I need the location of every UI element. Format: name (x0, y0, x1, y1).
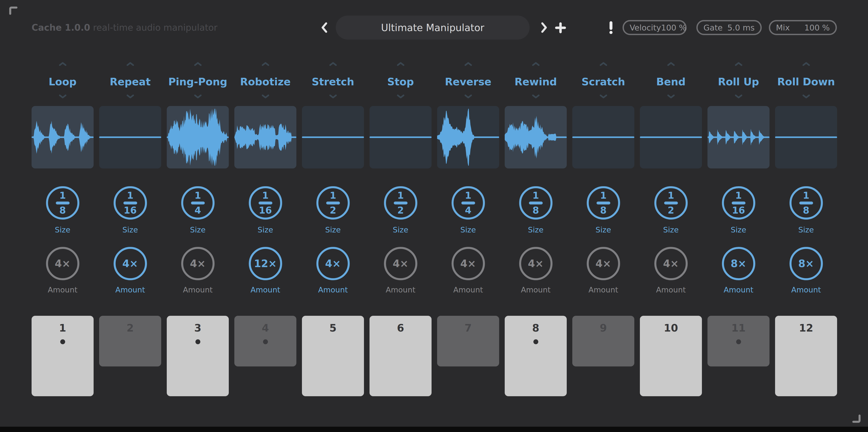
effect-up-selector[interactable] (261, 62, 270, 66)
pad[interactable]: 11 (708, 316, 770, 366)
effect-up-selector[interactable] (734, 62, 743, 66)
effect-up-selector[interactable] (59, 62, 67, 66)
pad[interactable]: 4 (234, 316, 297, 366)
effect-down-selector[interactable] (59, 94, 67, 99)
size-knob[interactable]: 1 16 (722, 186, 755, 220)
size-knob[interactable]: 1 16 (114, 186, 147, 220)
pad[interactable]: 9 (572, 316, 634, 366)
preset-add-button[interactable] (555, 22, 566, 33)
pad[interactable]: 10 (640, 316, 702, 396)
effect-name[interactable]: Robotize (240, 75, 290, 88)
alert-icon[interactable] (609, 21, 613, 34)
amount-knob-label: Amount (724, 285, 753, 294)
effect-down-selector[interactable] (802, 94, 810, 99)
preset-selector[interactable]: Ultimate Manipulator (336, 15, 530, 39)
effect-down-selector[interactable] (329, 94, 337, 99)
pad[interactable]: 3 (167, 316, 229, 396)
effect-name[interactable]: Repeat (110, 75, 151, 88)
chevron-up-icon (194, 62, 202, 66)
amount-knob[interactable]: 12× (249, 247, 282, 280)
gate-control[interactable]: Gate 5.0 ms (696, 20, 762, 35)
waveform-cell[interactable] (708, 106, 770, 168)
size-knob[interactable]: 1 8 (46, 186, 80, 220)
pad[interactable]: 7 (437, 316, 499, 366)
effect-down-selector[interactable] (464, 94, 472, 99)
preset-next-button[interactable] (540, 22, 548, 33)
size-knob[interactable]: 1 4 (181, 186, 215, 220)
effect-name[interactable]: Ping-Pong (168, 75, 227, 88)
waveform-cell[interactable] (437, 106, 499, 168)
amount-knob[interactable]: 4× (316, 247, 350, 280)
waveform-cell[interactable] (370, 106, 432, 168)
pad-active-dot (533, 339, 538, 344)
waveform-cell[interactable] (505, 106, 567, 168)
effect-up-selector[interactable] (464, 62, 472, 66)
pad[interactable]: 2 (99, 316, 161, 366)
effect-name[interactable]: Bend (656, 75, 686, 88)
pad[interactable]: 6 (370, 316, 432, 396)
waveform-cell[interactable] (775, 106, 837, 168)
amount-knob[interactable]: 4× (519, 247, 553, 280)
effect-down-selector[interactable] (734, 94, 743, 99)
pad-number: 7 (464, 322, 472, 334)
waveform-cell[interactable] (640, 106, 702, 168)
fraction-bar-icon (529, 202, 543, 204)
size-knob[interactable]: 1 8 (789, 186, 823, 220)
velocity-control[interactable]: Velocity 100 % (623, 20, 687, 35)
preset-prev-button[interactable] (320, 22, 328, 33)
size-knob[interactable]: 1 16 (249, 186, 282, 220)
effect-up-selector[interactable] (667, 62, 675, 66)
effect-name[interactable]: Stretch (312, 75, 354, 88)
effect-up-selector[interactable] (532, 62, 540, 66)
size-knob[interactable]: 1 8 (519, 186, 553, 220)
effect-down-selector[interactable] (126, 94, 134, 99)
resize-corner-bottom-right-icon[interactable] (851, 414, 862, 424)
effect-up-selector[interactable] (599, 62, 608, 66)
waveform-cell[interactable] (302, 106, 364, 168)
effect-down-selector[interactable] (194, 94, 202, 99)
amount-knob-label: Amount (589, 285, 618, 294)
effect-up-selector[interactable] (802, 62, 810, 66)
effect-name[interactable]: Reverse (445, 75, 491, 88)
effect-name[interactable]: Scratch (581, 75, 625, 88)
effect-down-selector[interactable] (667, 94, 675, 99)
amount-knob[interactable]: 4× (114, 247, 147, 280)
effect-up-selector[interactable] (396, 62, 405, 66)
waveform-cell[interactable] (32, 106, 94, 168)
amount-knob[interactable]: 4× (654, 247, 688, 280)
waveform-cell[interactable] (99, 106, 161, 168)
pad[interactable]: 5 (302, 316, 364, 396)
effect-up-selector[interactable] (126, 62, 134, 66)
pad[interactable]: 12 (775, 316, 837, 396)
amount-knob[interactable]: 4× (384, 247, 417, 280)
size-knob[interactable]: 1 2 (384, 186, 417, 220)
effect-name[interactable]: Roll Up (718, 75, 759, 88)
effect-name[interactable]: Rewind (515, 75, 557, 88)
size-knob[interactable]: 1 4 (452, 186, 485, 220)
mix-control[interactable]: Mix 100 % (769, 20, 837, 35)
amount-knob[interactable]: 4× (181, 247, 215, 280)
size-knob-label: Size (596, 225, 611, 234)
pad[interactable]: 1 (32, 316, 94, 396)
effect-down-selector[interactable] (599, 94, 608, 99)
amount-knob[interactable]: 4× (587, 247, 620, 280)
effect-down-selector[interactable] (532, 94, 540, 99)
size-knob[interactable]: 1 2 (316, 186, 350, 220)
effect-up-selector[interactable] (194, 62, 202, 66)
effect-down-selector[interactable] (261, 94, 270, 99)
pad[interactable]: 8 (505, 316, 567, 396)
amount-knob[interactable]: 4× (452, 247, 485, 280)
amount-knob[interactable]: 8× (789, 247, 823, 280)
size-knob[interactable]: 1 2 (654, 186, 688, 220)
effect-name[interactable]: Stop (387, 75, 414, 88)
amount-knob[interactable]: 4× (46, 247, 80, 280)
waveform-cell[interactable] (234, 106, 297, 168)
effect-name[interactable]: Roll Down (777, 75, 835, 88)
effect-name[interactable]: Loop (49, 75, 76, 88)
size-knob[interactable]: 1 8 (587, 186, 620, 220)
waveform-cell[interactable] (572, 106, 634, 168)
amount-knob[interactable]: 8× (722, 247, 755, 280)
effect-up-selector[interactable] (329, 62, 337, 66)
waveform-cell[interactable] (167, 106, 229, 168)
effect-down-selector[interactable] (396, 94, 405, 99)
